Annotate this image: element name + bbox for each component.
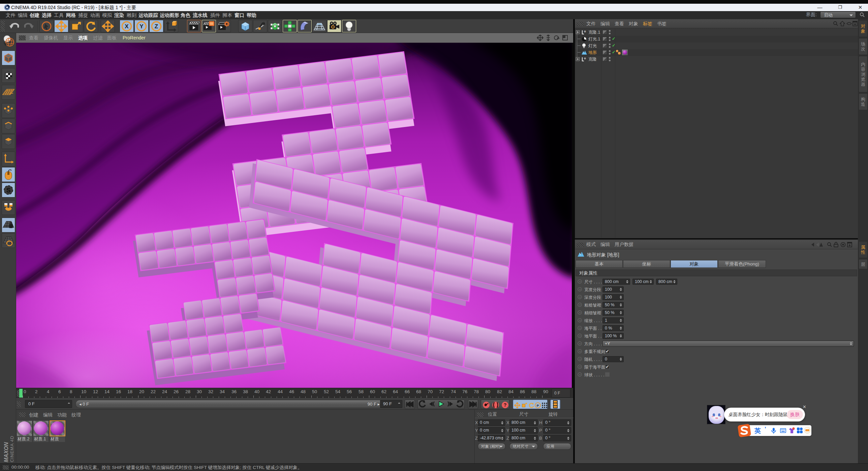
svg-text:Y: Y bbox=[140, 23, 144, 30]
svg-text:Z: Z bbox=[155, 23, 158, 30]
svg-text:X: X bbox=[125, 23, 129, 30]
svg-text:P: P bbox=[537, 404, 539, 407]
svg-text:S: S bbox=[6, 187, 11, 194]
svg-text:o: o bbox=[584, 57, 586, 60]
svg-text:o: o bbox=[584, 30, 586, 33]
svg-text:?: ? bbox=[504, 402, 507, 408]
